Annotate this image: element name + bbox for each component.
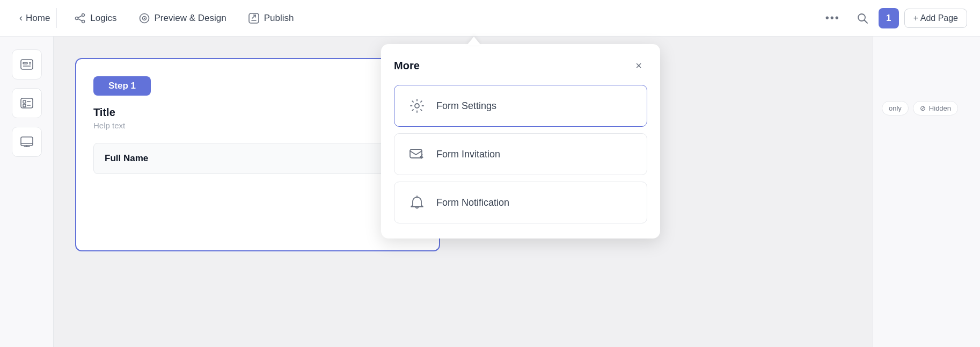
svg-point-1 — [82, 13, 85, 16]
overlay-backdrop: More × Form Settings — [0, 37, 980, 347]
form-notification-button[interactable]: Form Notification — [394, 182, 647, 223]
close-icon: × — [635, 60, 642, 72]
svg-point-25 — [415, 104, 419, 108]
envelope-edit-icon — [407, 144, 427, 164]
logics-icon — [74, 12, 86, 24]
settings-icon — [407, 96, 427, 115]
svg-line-4 — [78, 19, 82, 21]
preview-label: Preview & Design — [155, 13, 226, 24]
svg-point-2 — [82, 20, 85, 23]
svg-line-10 — [864, 20, 867, 23]
form-settings-button[interactable]: Form Settings — [394, 85, 647, 127]
bell-icon — [407, 193, 427, 212]
home-label: Home — [26, 13, 50, 24]
preview-icon — [138, 12, 150, 24]
nav-right-group: ••• 1 + Add Page — [819, 8, 967, 29]
page-number-badge[interactable]: 1 — [879, 8, 899, 28]
logics-label: Logics — [90, 13, 116, 24]
add-page-label: + Add Page — [913, 13, 958, 23]
logics-nav-item[interactable]: Logics — [65, 8, 125, 28]
publish-icon — [248, 12, 260, 24]
preview-design-nav-item[interactable]: Preview & Design — [130, 8, 235, 28]
svg-point-0 — [76, 17, 78, 19]
form-invitation-label: Form Invitation — [436, 149, 500, 160]
search-button[interactable] — [852, 8, 873, 29]
home-nav-item[interactable]: ‹ Home — [13, 8, 57, 28]
more-dropdown-panel: More × Form Settings — [381, 44, 660, 238]
dropdown-caret — [467, 37, 481, 45]
more-dots-button[interactable]: ••• — [819, 8, 846, 28]
close-button[interactable]: × — [630, 57, 647, 74]
publish-nav-item[interactable]: Publish — [239, 8, 303, 28]
svg-point-7 — [143, 17, 144, 18]
dropdown-header: More × — [394, 57, 647, 74]
chevron-left-icon: ‹ — [19, 12, 23, 24]
svg-line-3 — [78, 16, 82, 18]
top-navigation: ‹ Home Logics Preview & Design — [0, 0, 980, 37]
publish-label: Publish — [264, 13, 294, 24]
form-invitation-button[interactable]: Form Invitation — [394, 133, 647, 175]
form-settings-label: Form Settings — [436, 100, 496, 112]
dropdown-title: More — [394, 60, 420, 72]
form-notification-label: Form Notification — [436, 197, 509, 208]
add-page-button[interactable]: + Add Page — [904, 9, 967, 28]
